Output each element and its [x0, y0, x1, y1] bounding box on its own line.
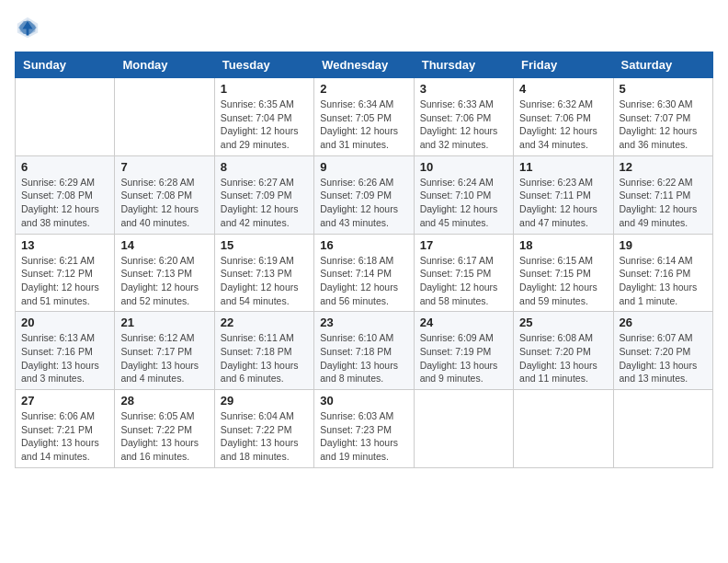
day-number: 28 — [120, 394, 208, 408]
day-number: 25 — [519, 316, 607, 329]
calendar-week-row: 27Sunrise: 6:06 AMSunset: 7:21 PMDayligh… — [16, 390, 713, 468]
day-number: 12 — [620, 160, 707, 174]
day-info: Sunrise: 6:08 AMSunset: 7:20 PMDaylight:… — [519, 331, 607, 385]
calendar-cell: 22Sunrise: 6:11 AMSunset: 7:18 PMDayligh… — [214, 312, 313, 390]
day-number: 29 — [221, 394, 308, 408]
calendar-cell — [514, 390, 613, 468]
day-info: Sunrise: 6:17 AMSunset: 7:15 PMDaylight:… — [420, 254, 507, 308]
day-info: Sunrise: 6:11 AMSunset: 7:18 PMDaylight:… — [221, 331, 308, 385]
day-number: 14 — [120, 238, 208, 252]
calendar-week-row: 1Sunrise: 6:35 AMSunset: 7:04 PMDaylight… — [16, 78, 713, 156]
day-info: Sunrise: 6:18 AMSunset: 7:14 PMDaylight:… — [320, 254, 407, 308]
day-number: 13 — [21, 238, 108, 252]
calendar-cell: 20Sunrise: 6:13 AMSunset: 7:16 PMDayligh… — [16, 312, 115, 390]
day-info: Sunrise: 6:03 AMSunset: 7:23 PMDaylight:… — [320, 409, 407, 464]
calendar-cell — [613, 390, 712, 468]
calendar-cell: 25Sunrise: 6:08 AMSunset: 7:20 PMDayligh… — [514, 312, 613, 390]
day-number: 27 — [21, 394, 108, 408]
day-number: 3 — [420, 82, 507, 96]
calendar-cell: 13Sunrise: 6:21 AMSunset: 7:12 PMDayligh… — [16, 234, 115, 312]
day-info: Sunrise: 6:22 AMSunset: 7:11 PMDaylight:… — [620, 176, 707, 230]
calendar-header-row: SundayMondayTuesdayWednesdayThursdayFrid… — [16, 52, 713, 78]
day-number: 18 — [519, 238, 607, 252]
calendar-cell: 11Sunrise: 6:23 AMSunset: 7:11 PMDayligh… — [514, 155, 613, 234]
day-info: Sunrise: 6:32 AMSunset: 7:06 PMDaylight:… — [519, 98, 607, 152]
calendar-cell: 12Sunrise: 6:22 AMSunset: 7:11 PMDayligh… — [613, 155, 712, 234]
day-info: Sunrise: 6:20 AMSunset: 7:13 PMDaylight:… — [120, 254, 208, 308]
day-info: Sunrise: 6:24 AMSunset: 7:10 PMDaylight:… — [420, 176, 507, 230]
day-number: 17 — [420, 238, 507, 252]
calendar-cell — [115, 78, 214, 156]
calendar-cell: 23Sunrise: 6:10 AMSunset: 7:18 PMDayligh… — [314, 312, 414, 390]
calendar-cell: 3Sunrise: 6:33 AMSunset: 7:06 PMDaylight… — [414, 78, 513, 156]
day-info: Sunrise: 6:35 AMSunset: 7:04 PMDaylight:… — [221, 98, 308, 152]
calendar-cell: 5Sunrise: 6:30 AMSunset: 7:07 PMDaylight… — [613, 78, 712, 156]
calendar-cell: 10Sunrise: 6:24 AMSunset: 7:10 PMDayligh… — [414, 155, 513, 234]
calendar-table: SundayMondayTuesdayWednesdayThursdayFrid… — [15, 52, 713, 468]
calendar-cell: 16Sunrise: 6:18 AMSunset: 7:14 PMDayligh… — [314, 234, 414, 312]
calendar-cell: 9Sunrise: 6:26 AMSunset: 7:09 PMDaylight… — [314, 155, 414, 234]
day-info: Sunrise: 6:13 AMSunset: 7:16 PMDaylight:… — [21, 331, 108, 385]
calendar-cell: 24Sunrise: 6:09 AMSunset: 7:19 PMDayligh… — [414, 312, 513, 390]
logo-icon — [15, 15, 40, 40]
day-info: Sunrise: 6:07 AMSunset: 7:20 PMDaylight:… — [620, 331, 707, 385]
day-number: 1 — [221, 82, 308, 96]
calendar-cell: 29Sunrise: 6:04 AMSunset: 7:22 PMDayligh… — [214, 390, 313, 468]
day-number: 2 — [320, 82, 407, 96]
day-info: Sunrise: 6:27 AMSunset: 7:09 PMDaylight:… — [221, 176, 308, 230]
day-info: Sunrise: 6:04 AMSunset: 7:22 PMDaylight:… — [221, 409, 308, 464]
day-info: Sunrise: 6:21 AMSunset: 7:12 PMDaylight:… — [21, 254, 108, 308]
weekday-header-friday: Friday — [514, 52, 613, 78]
weekday-header-sunday: Sunday — [16, 52, 115, 78]
header — [15, 15, 713, 40]
weekday-header-monday: Monday — [115, 52, 214, 78]
calendar-cell: 19Sunrise: 6:14 AMSunset: 7:16 PMDayligh… — [613, 234, 712, 312]
day-info: Sunrise: 6:26 AMSunset: 7:09 PMDaylight:… — [320, 176, 407, 230]
day-info: Sunrise: 6:30 AMSunset: 7:07 PMDaylight:… — [620, 98, 707, 152]
calendar-cell: 17Sunrise: 6:17 AMSunset: 7:15 PMDayligh… — [414, 234, 513, 312]
day-number: 16 — [320, 238, 407, 252]
day-info: Sunrise: 6:06 AMSunset: 7:21 PMDaylight:… — [21, 409, 108, 464]
weekday-header-wednesday: Wednesday — [314, 52, 414, 78]
logo — [15, 15, 44, 40]
day-info: Sunrise: 6:34 AMSunset: 7:05 PMDaylight:… — [320, 98, 407, 152]
calendar-cell: 4Sunrise: 6:32 AMSunset: 7:06 PMDaylight… — [514, 78, 613, 156]
day-number: 9 — [320, 160, 407, 174]
calendar-cell — [16, 78, 115, 156]
day-info: Sunrise: 6:23 AMSunset: 7:11 PMDaylight:… — [519, 176, 607, 230]
day-number: 26 — [620, 316, 707, 329]
day-number: 20 — [21, 316, 108, 329]
day-info: Sunrise: 6:10 AMSunset: 7:18 PMDaylight:… — [320, 331, 407, 385]
day-number: 24 — [420, 316, 507, 329]
day-info: Sunrise: 6:19 AMSunset: 7:13 PMDaylight:… — [221, 254, 308, 308]
calendar-cell: 7Sunrise: 6:28 AMSunset: 7:08 PMDaylight… — [115, 155, 214, 234]
calendar-cell: 21Sunrise: 6:12 AMSunset: 7:17 PMDayligh… — [115, 312, 214, 390]
calendar-cell: 6Sunrise: 6:29 AMSunset: 7:08 PMDaylight… — [16, 155, 115, 234]
day-number: 21 — [120, 316, 208, 329]
calendar-cell: 2Sunrise: 6:34 AMSunset: 7:05 PMDaylight… — [314, 78, 414, 156]
day-info: Sunrise: 6:28 AMSunset: 7:08 PMDaylight:… — [120, 176, 208, 230]
weekday-header-saturday: Saturday — [613, 52, 712, 78]
calendar-cell: 8Sunrise: 6:27 AMSunset: 7:09 PMDaylight… — [214, 155, 313, 234]
day-info: Sunrise: 6:05 AMSunset: 7:22 PMDaylight:… — [120, 409, 208, 464]
calendar-cell: 30Sunrise: 6:03 AMSunset: 7:23 PMDayligh… — [314, 390, 414, 468]
calendar-cell: 1Sunrise: 6:35 AMSunset: 7:04 PMDaylight… — [214, 78, 313, 156]
calendar-cell: 18Sunrise: 6:15 AMSunset: 7:15 PMDayligh… — [514, 234, 613, 312]
calendar-cell — [414, 390, 513, 468]
day-number: 23 — [320, 316, 407, 329]
day-number: 8 — [221, 160, 308, 174]
day-info: Sunrise: 6:29 AMSunset: 7:08 PMDaylight:… — [21, 176, 108, 230]
day-info: Sunrise: 6:09 AMSunset: 7:19 PMDaylight:… — [420, 331, 507, 385]
day-number: 22 — [221, 316, 308, 329]
day-number: 7 — [120, 160, 208, 174]
day-number: 6 — [21, 160, 108, 174]
day-info: Sunrise: 6:14 AMSunset: 7:16 PMDaylight:… — [620, 254, 707, 308]
calendar-cell: 28Sunrise: 6:05 AMSunset: 7:22 PMDayligh… — [115, 390, 214, 468]
calendar-cell: 26Sunrise: 6:07 AMSunset: 7:20 PMDayligh… — [613, 312, 712, 390]
day-number: 10 — [420, 160, 507, 174]
day-info: Sunrise: 6:15 AMSunset: 7:15 PMDaylight:… — [519, 254, 607, 308]
day-info: Sunrise: 6:33 AMSunset: 7:06 PMDaylight:… — [420, 98, 507, 152]
weekday-header-thursday: Thursday — [414, 52, 513, 78]
day-number: 30 — [320, 394, 407, 408]
calendar-cell: 14Sunrise: 6:20 AMSunset: 7:13 PMDayligh… — [115, 234, 214, 312]
